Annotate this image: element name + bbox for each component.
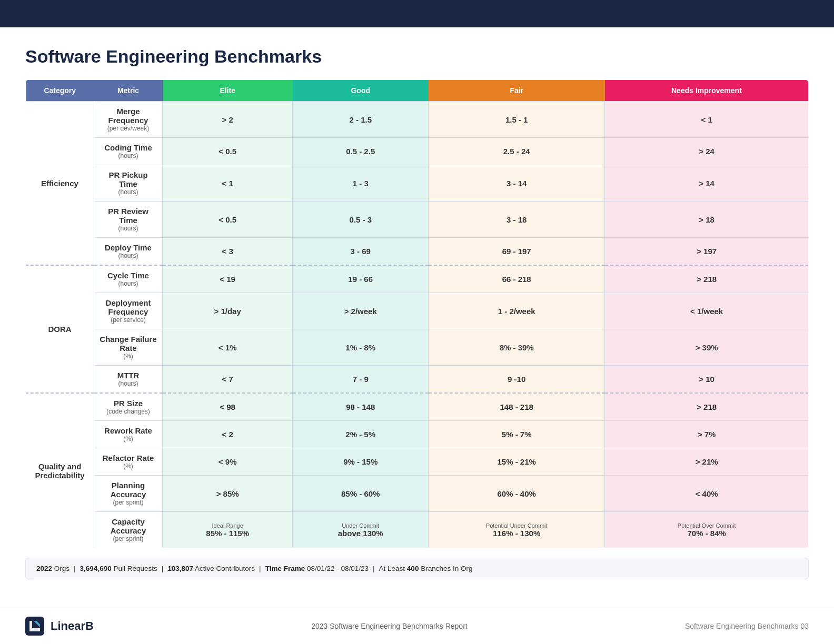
fair-cell: 8% - 39% bbox=[429, 329, 605, 366]
table-row: EfficiencyMerge Frequency(per dev/week)>… bbox=[26, 102, 809, 138]
good-cell: > 2/week bbox=[293, 293, 429, 329]
metric-cell: PR Review Time(hours) bbox=[94, 202, 163, 238]
category-cell: Quality and Predictability bbox=[26, 393, 94, 548]
col-header-metric: Metric bbox=[94, 80, 163, 102]
footer-right-text: Software Engineering Benchmarks 03 bbox=[685, 622, 809, 630]
fair-cell: 2.5 - 24 bbox=[429, 138, 605, 165]
needs-cell: > 218 bbox=[605, 393, 809, 421]
footnote-contributors: 103,807 Active Contributors bbox=[167, 565, 255, 572]
fair-cell: 1 - 2/week bbox=[429, 293, 605, 329]
good-cell: 2 - 1.5 bbox=[293, 102, 429, 138]
good-cell: 1% - 8% bbox=[293, 329, 429, 366]
fair-cell: 3 - 14 bbox=[429, 165, 605, 202]
needs-cell: > 10 bbox=[605, 366, 809, 394]
table-row: Planning Accuracy(per sprint)> 85%85% - … bbox=[26, 476, 809, 512]
fair-cell: Potential Under Commit116% - 130% bbox=[429, 512, 605, 548]
needs-cell: < 1 bbox=[605, 102, 809, 138]
needs-cell: > 218 bbox=[605, 265, 809, 293]
footer: LinearB 2023 Software Engineering Benchm… bbox=[0, 608, 834, 644]
needs-cell: > 21% bbox=[605, 448, 809, 476]
col-header-elite: Elite bbox=[163, 80, 293, 102]
footer-logo: LinearB bbox=[25, 617, 94, 636]
elite-cell: > 85% bbox=[163, 476, 293, 512]
table-row: Deploy Time(hours)< 33 - 6969 - 197> 197 bbox=[26, 238, 809, 266]
elite-cell: Ideal Range85% - 115% bbox=[163, 512, 293, 548]
good-cell: 0.5 - 3 bbox=[293, 202, 429, 238]
fair-cell: 1.5 - 1 bbox=[429, 102, 605, 138]
needs-cell: Potential Over Commit70% - 84% bbox=[605, 512, 809, 548]
footnote-branches: At Least 400 Branches In Org bbox=[379, 565, 473, 572]
elite-cell: < 0.5 bbox=[163, 138, 293, 165]
good-cell: 98 - 148 bbox=[293, 393, 429, 421]
category-cell: DORA bbox=[26, 265, 94, 393]
table-row: PR Review Time(hours)< 0.50.5 - 33 - 18>… bbox=[26, 202, 809, 238]
metric-cell: Coding Time(hours) bbox=[94, 138, 163, 165]
page-title: Software Engineering Benchmarks bbox=[25, 46, 809, 67]
footer-logo-text: LinearB bbox=[51, 619, 94, 633]
col-header-good: Good bbox=[293, 80, 429, 102]
table-row: Rework Rate(%)< 22% - 5%5% - 7%> 7% bbox=[26, 421, 809, 448]
table-row: Deployment Frequency(per service)> 1/day… bbox=[26, 293, 809, 329]
metric-cell: Deploy Time(hours) bbox=[94, 238, 163, 266]
table-row: PR Pickup Time(hours)< 11 - 33 - 14> 14 bbox=[26, 165, 809, 202]
top-bar bbox=[0, 0, 834, 27]
elite-cell: < 1% bbox=[163, 329, 293, 366]
footnote-orgs: 2022 Orgs bbox=[36, 565, 70, 572]
footnote-bar: 2022 Orgs | 3,694,690 Pull Requests | 10… bbox=[25, 558, 809, 579]
elite-cell: < 3 bbox=[163, 238, 293, 266]
good-cell: 0.5 - 2.5 bbox=[293, 138, 429, 165]
good-cell: 85% - 60% bbox=[293, 476, 429, 512]
elite-cell: < 2 bbox=[163, 421, 293, 448]
metric-cell: Capacity Accuracy(per sprint) bbox=[94, 512, 163, 548]
fair-cell: 66 - 218 bbox=[429, 265, 605, 293]
elite-cell: < 9% bbox=[163, 448, 293, 476]
footer-center-text: 2023 Software Engineering Benchmarks Rep… bbox=[311, 622, 468, 630]
table-row: Capacity Accuracy(per sprint)Ideal Range… bbox=[26, 512, 809, 548]
metric-cell: PR Size(code changes) bbox=[94, 393, 163, 421]
fair-cell: 60% - 40% bbox=[429, 476, 605, 512]
good-cell: 9% - 15% bbox=[293, 448, 429, 476]
good-cell: 19 - 66 bbox=[293, 265, 429, 293]
good-cell: 1 - 3 bbox=[293, 165, 429, 202]
footnote-timeframe: Time Frame 08/01/22 - 08/01/23 bbox=[265, 565, 369, 572]
table-row: Change Failure Rate(%)< 1%1% - 8%8% - 39… bbox=[26, 329, 809, 366]
fair-cell: 148 - 218 bbox=[429, 393, 605, 421]
fair-cell: 3 - 18 bbox=[429, 202, 605, 238]
good-cell: Under Commitabove 130% bbox=[293, 512, 429, 548]
fair-cell: 5% - 7% bbox=[429, 421, 605, 448]
metric-cell: Cycle Time(hours) bbox=[94, 265, 163, 293]
benchmarks-table: Category Metric Elite Good Fair Needs Im… bbox=[25, 79, 809, 548]
svg-rect-0 bbox=[25, 617, 44, 636]
good-cell: 3 - 69 bbox=[293, 238, 429, 266]
metric-cell: Merge Frequency(per dev/week) bbox=[94, 102, 163, 138]
good-cell: 2% - 5% bbox=[293, 421, 429, 448]
elite-cell: > 1/day bbox=[163, 293, 293, 329]
category-cell: Efficiency bbox=[26, 102, 94, 266]
needs-cell: < 1/week bbox=[605, 293, 809, 329]
metric-cell: Refactor Rate(%) bbox=[94, 448, 163, 476]
needs-cell: > 18 bbox=[605, 202, 809, 238]
table-row: MTTR(hours)< 77 - 99 -10> 10 bbox=[26, 366, 809, 394]
metric-cell: PR Pickup Time(hours) bbox=[94, 165, 163, 202]
col-header-needs: Needs Improvement bbox=[605, 80, 809, 102]
col-header-fair: Fair bbox=[429, 80, 605, 102]
needs-cell: > 197 bbox=[605, 238, 809, 266]
metric-cell: Rework Rate(%) bbox=[94, 421, 163, 448]
col-header-category: Category bbox=[26, 80, 94, 102]
fair-cell: 15% - 21% bbox=[429, 448, 605, 476]
metric-cell: Change Failure Rate(%) bbox=[94, 329, 163, 366]
needs-cell: > 39% bbox=[605, 329, 809, 366]
table-row: DORACycle Time(hours)< 1919 - 6666 - 218… bbox=[26, 265, 809, 293]
needs-cell: < 40% bbox=[605, 476, 809, 512]
table-row: Quality and PredictabilityPR Size(code c… bbox=[26, 393, 809, 421]
main-content: Software Engineering Benchmarks Category… bbox=[0, 27, 834, 608]
metric-cell: Planning Accuracy(per sprint) bbox=[94, 476, 163, 512]
fair-cell: 9 -10 bbox=[429, 366, 605, 394]
table-row: Coding Time(hours)< 0.50.5 - 2.52.5 - 24… bbox=[26, 138, 809, 165]
fair-cell: 69 - 197 bbox=[429, 238, 605, 266]
table-row: Refactor Rate(%)< 9%9% - 15%15% - 21%> 2… bbox=[26, 448, 809, 476]
elite-cell: < 19 bbox=[163, 265, 293, 293]
elite-cell: < 7 bbox=[163, 366, 293, 394]
metric-cell: MTTR(hours) bbox=[94, 366, 163, 394]
needs-cell: > 14 bbox=[605, 165, 809, 202]
